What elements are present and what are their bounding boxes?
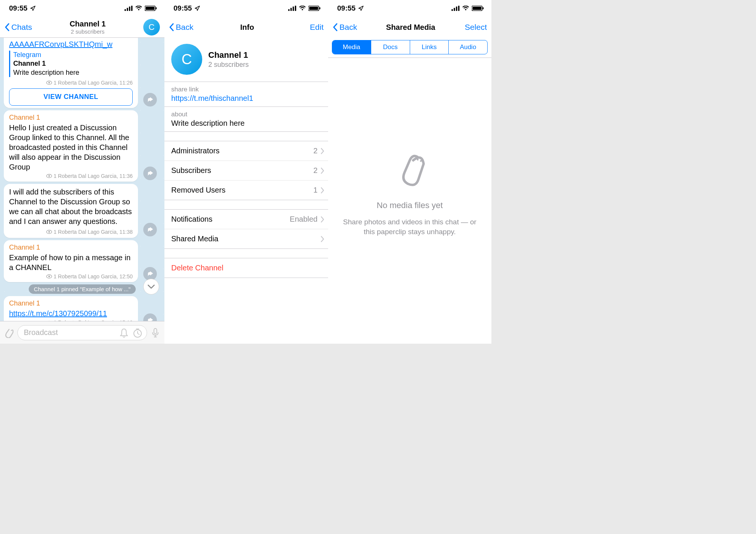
signal-icon [124, 6, 133, 11]
message-meta: 1 Roberta Dal Lago Garcia, 11:38 [46, 228, 133, 235]
share-icon [147, 226, 153, 233]
nav-title: Info [240, 23, 254, 32]
message-sender: Channel 1 [9, 299, 133, 308]
nav-title: Shared Media [386, 23, 435, 32]
row-value: 2 [313, 147, 318, 155]
chat-nav-bar: Chats Channel 1 2 subscribers C [0, 17, 164, 38]
row-label: Delete Channel [171, 264, 223, 272]
status-time: 09:55 [174, 4, 192, 12]
empty-body: Share photos and videos in this chat — o… [339, 217, 480, 236]
back-button[interactable]: Chats [5, 23, 32, 32]
back-button[interactable]: Back [333, 23, 357, 32]
signal-icon [288, 6, 296, 11]
forward-button[interactable] [143, 313, 157, 321]
row-label: Removed Users [171, 186, 225, 194]
shared-media-row[interactable]: Shared Media [164, 229, 328, 248]
chevron-down-icon [146, 281, 156, 292]
select-button[interactable]: Select [464, 23, 487, 32]
scroll-to-bottom-button[interactable] [143, 279, 159, 295]
media-nav-bar: Back Shared Media Select [328, 17, 491, 38]
message-body: Hello I just created a Discussion Group … [9, 123, 133, 172]
message-bubble[interactable]: Channel 1 Hello I just created a Discuss… [4, 110, 138, 182]
message-meta: 1 Roberta Dal Lago Garcia, 15:10 [9, 319, 133, 321]
notifications-row[interactable]: Notifications Enabled [164, 210, 328, 229]
status-bar: 09:55 [0, 0, 164, 17]
views-icon [46, 80, 52, 85]
broadcast-input[interactable]: Broadcast [17, 325, 147, 340]
status-time: 09:55 [337, 4, 356, 12]
status-bar: 09:55 [328, 0, 491, 17]
empty-title: No media files yet [377, 201, 443, 210]
views-icon [46, 321, 52, 321]
wifi-icon [135, 6, 143, 11]
pinned-service-message[interactable]: Channel 1 pinned "Example of how ..." [29, 284, 136, 294]
location-icon [358, 5, 364, 11]
wifi-icon [299, 6, 306, 11]
battery-icon [145, 6, 157, 11]
message-meta: 1 Roberta Dal Lago Garcia, 12:50 [9, 273, 133, 280]
back-label: Back [176, 23, 194, 32]
row-label: Administrators [171, 147, 220, 155]
signal-icon [451, 6, 460, 11]
message-link[interactable]: https://t.me/c/1307925099/11 [9, 309, 133, 318]
forward-button[interactable] [143, 167, 157, 180]
view-channel-button[interactable]: VIEW CHANNEL [9, 88, 133, 105]
battery-icon [308, 6, 321, 11]
message-body: I will add the subscribers of this Chann… [9, 188, 132, 225]
edit-button[interactable]: Edit [301, 23, 324, 32]
status-bar: 09:55 [164, 0, 328, 17]
message-sender: Channel 1 [9, 113, 133, 122]
forward-button[interactable] [143, 93, 157, 106]
paperclip-icon [389, 150, 431, 191]
channel-avatar[interactable]: C [171, 44, 202, 75]
removed-users-row[interactable]: Removed Users 1 [164, 181, 328, 200]
row-label: Shared Media [171, 235, 218, 243]
chevron-right-icon [321, 148, 324, 154]
administrators-row[interactable]: Administrators 2 [164, 141, 328, 161]
back-button[interactable]: Back [169, 23, 194, 32]
location-icon [30, 5, 36, 11]
share-icon [147, 170, 153, 177]
delete-channel-row[interactable]: Delete Channel [164, 258, 328, 278]
message-input-bar: Broadcast [0, 321, 164, 344]
share-icon [147, 317, 153, 321]
row-value: 1 [313, 186, 318, 194]
preview-title: Channel 1 [13, 59, 133, 68]
link-preview: Telegram Channel 1 Write description her… [9, 51, 133, 77]
attach-icon[interactable] [4, 327, 14, 338]
share-icon [147, 96, 153, 103]
microphone-icon[interactable] [150, 327, 161, 338]
chevron-left-icon [5, 23, 10, 31]
share-link-row[interactable]: share link https://t.me/thischannel1 [164, 82, 328, 106]
about-text: Write description here [171, 119, 321, 128]
info-nav-bar: Back Info Edit [164, 17, 328, 38]
row-label: Notifications [171, 215, 212, 224]
row-value: 2 [313, 166, 318, 175]
mute-icon[interactable] [119, 327, 129, 338]
forward-button[interactable] [143, 223, 157, 236]
message-body: Example of how to pin a message in a CHA… [9, 253, 133, 272]
message-bubble[interactable]: AAAAAFRCorvpLSKTHQmi_w Telegram Channel … [4, 38, 138, 108]
subscribers-row[interactable]: Subscribers 2 [164, 161, 328, 181]
schedule-icon[interactable] [132, 327, 143, 338]
wifi-icon [462, 6, 469, 11]
chevron-right-icon [321, 216, 324, 222]
nav-title-group[interactable]: Channel 1 2 subscribers [70, 20, 106, 35]
message-bubble[interactable]: I will add the subscribers of this Chann… [4, 184, 138, 238]
share-link-url[interactable]: https://t.me/thischannel1 [171, 94, 321, 103]
chevron-right-icon [321, 236, 324, 242]
message-bubble[interactable]: Channel 1 Example of how to pin a messag… [4, 240, 138, 282]
channel-subscribers: 2 subscribers [208, 61, 249, 69]
empty-state: No media files yet Share photos and vide… [328, 43, 491, 344]
preview-desc: Write description here [13, 68, 133, 77]
channel-avatar[interactable]: C [143, 19, 160, 35]
back-label: Back [339, 23, 357, 32]
chat-message-area[interactable]: AAAAAFRCorvpLSKTHQmi_w Telegram Channel … [0, 38, 164, 321]
chevron-left-icon [169, 23, 174, 31]
message-link[interactable]: AAAAAFRCorvpLSKTHQmi_w [9, 39, 133, 49]
row-label: Subscribers [171, 166, 211, 175]
message-meta: 1 Roberta Dal Lago Garcia, 11:26 [9, 79, 133, 86]
message-bubble[interactable]: Channel 1 https://t.me/c/1307925099/11 1… [4, 296, 138, 321]
chevron-right-icon [321, 187, 324, 193]
share-link-label: share link [171, 86, 321, 93]
